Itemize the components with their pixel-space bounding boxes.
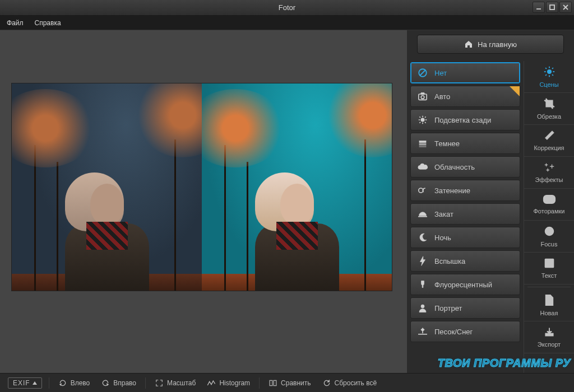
svg-marker-46 <box>33 381 37 385</box>
app-title: Fotor <box>0 3 574 12</box>
auto-icon <box>416 91 429 101</box>
scene-label: Вспышка <box>434 257 465 265</box>
menu-help[interactable]: Справка <box>35 19 61 27</box>
scenes-tool-icon <box>543 66 556 79</box>
svg-line-5 <box>420 70 426 76</box>
tool-label: Обрезка <box>537 113 561 120</box>
home-button[interactable]: На главную <box>417 35 564 54</box>
new-tool-icon <box>544 294 554 307</box>
darken-icon <box>416 138 429 148</box>
export-tool-icon <box>544 326 555 339</box>
tool-label: Экспорт <box>538 341 561 348</box>
scene-item-night[interactable]: Ночь <box>410 227 520 248</box>
menu-bar: Файл Справка <box>0 16 574 30</box>
scene-item-cloudy[interactable]: Облачность <box>410 156 520 178</box>
zoom-button[interactable]: Масштаб <box>152 379 198 387</box>
tool-effects[interactable]: Эффекты <box>524 157 574 189</box>
sand-snow-icon <box>416 326 429 337</box>
reset-button[interactable]: Сбросить всё <box>320 379 379 387</box>
scene-label: Флуоресцентный <box>434 281 492 289</box>
tool-text[interactable]: Текст <box>524 253 574 284</box>
scene-label: Портрет <box>434 304 462 312</box>
tool-new[interactable]: Новая <box>524 290 574 321</box>
exif-button[interactable]: EXIF <box>8 377 42 389</box>
scene-item-sand-snow[interactable]: Песок/Снег <box>410 321 520 342</box>
scene-label: Облачность <box>434 163 475 171</box>
tool-frames[interactable]: Фоторамки <box>524 189 574 221</box>
scene-label: Подсветка сзади <box>434 116 491 124</box>
sunset-icon <box>416 209 429 219</box>
compare-button[interactable]: Сравнить <box>266 379 313 387</box>
compare-icon <box>269 379 277 387</box>
tool-label: Focus <box>541 241 558 248</box>
svg-line-15 <box>425 122 426 123</box>
scene-label: Затенение <box>434 186 470 195</box>
svg-marker-51 <box>327 380 329 382</box>
scene-label: Темнее <box>434 139 460 148</box>
svg-rect-50 <box>274 380 276 385</box>
reset-icon <box>322 379 331 387</box>
fluorescent-icon <box>416 279 429 290</box>
svg-point-24 <box>421 305 424 308</box>
svg-line-32 <box>545 68 547 69</box>
scene-label: Нет <box>434 69 447 77</box>
tool-export[interactable]: Экспорт <box>524 321 574 353</box>
backlit-icon <box>416 115 429 125</box>
scene-item-portrait[interactable]: Портрет <box>410 297 520 319</box>
menu-file[interactable]: Файл <box>7 19 24 27</box>
bottom-toolbar: EXIF Влево Вправо Масштаб Histogram Срав… <box>0 373 574 392</box>
rotate-left-button[interactable]: Влево <box>56 379 92 387</box>
tool-focus[interactable]: Focus <box>524 221 574 253</box>
svg-rect-20 <box>419 146 426 147</box>
scene-item-auto[interactable]: Авто <box>410 86 520 107</box>
image-after <box>202 83 392 291</box>
maximize-button[interactable] <box>546 2 558 13</box>
crop-tool-icon <box>543 97 556 111</box>
portrait-icon <box>416 303 429 313</box>
rotate-right-icon <box>101 379 110 387</box>
scene-item-darken[interactable]: Темнее <box>410 133 520 154</box>
rotate-right-button[interactable]: Вправо <box>99 379 138 387</box>
svg-line-17 <box>425 116 426 118</box>
flash-icon <box>416 256 429 266</box>
shade-icon <box>416 185 429 195</box>
night-icon <box>416 232 429 242</box>
scene-item-backlit[interactable]: Подсветка сзади <box>410 109 520 130</box>
svg-point-27 <box>547 69 551 73</box>
none-icon <box>416 68 429 78</box>
tool-scenes[interactable]: Сцены <box>524 61 574 93</box>
right-panel: На главную НетАвтоПодсветка сзадиТемнееО… <box>407 30 574 373</box>
tool-adjust[interactable]: Коррекция <box>524 125 574 157</box>
svg-line-34 <box>545 74 547 76</box>
focus-tool-icon <box>543 225 556 239</box>
scene-item-flash[interactable]: Вспышка <box>410 250 520 272</box>
scene-item-none[interactable]: Нет <box>410 62 520 83</box>
scene-item-sunset[interactable]: Закат <box>410 203 520 225</box>
main-area: На главную НетАвтоПодсветка сзадиТемнееО… <box>0 30 574 373</box>
canvas-area <box>0 30 407 373</box>
svg-rect-49 <box>270 380 272 385</box>
scene-item-fluorescent[interactable]: Флуоресцентный <box>410 274 520 295</box>
window-controls <box>533 2 572 13</box>
svg-marker-23 <box>420 256 425 266</box>
zoom-icon <box>155 379 164 387</box>
svg-point-7 <box>421 96 424 99</box>
star-badge-icon <box>510 86 520 96</box>
effects-tool-icon <box>543 162 556 174</box>
svg-rect-1 <box>550 5 554 10</box>
svg-point-44 <box>548 230 550 232</box>
tool-crop[interactable]: Обрезка <box>524 93 574 125</box>
scene-list[interactable]: НетАвтоПодсветка сзадиТемнееОблачностьЗа… <box>407 61 524 373</box>
image-before <box>12 83 202 291</box>
chevron-up-icon <box>33 381 37 385</box>
scene-label: Авто <box>434 92 450 101</box>
scene-item-shade[interactable]: Затенение <box>410 180 520 201</box>
histogram-icon <box>207 379 216 387</box>
adjust-tool-icon <box>544 130 555 142</box>
histogram-button[interactable]: Histogram <box>205 379 252 387</box>
minimize-button[interactable] <box>533 2 545 13</box>
compare-canvas[interactable] <box>11 83 392 291</box>
home-icon <box>464 40 473 49</box>
close-button[interactable] <box>559 2 572 13</box>
tool-label: Новая <box>540 310 558 316</box>
